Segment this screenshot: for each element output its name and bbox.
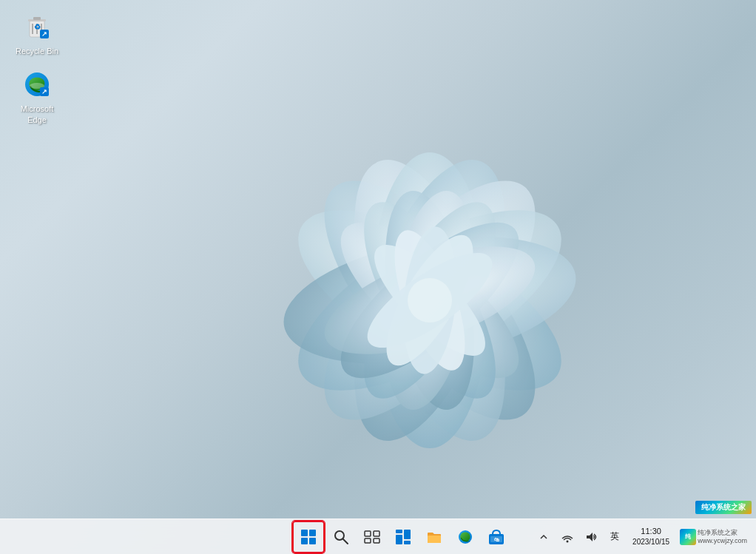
desktop-icons: ♻ ↗ Recycle Bin [7, 7, 67, 128]
sound-icon [585, 531, 597, 543]
svg-point-20 [408, 278, 452, 322]
svg-line-39 [342, 538, 348, 544]
svg-rect-46 [404, 530, 411, 539]
svg-rect-45 [396, 535, 402, 544]
watermark-tray-text: 纯净系统之家 www.ycwjzy.com [698, 529, 747, 545]
search-icon [333, 529, 349, 545]
svg-rect-48 [428, 536, 441, 543]
task-view-icon [364, 529, 380, 545]
taskbar: 🛍 [0, 518, 756, 554]
clock-tray[interactable]: 11:30 2023/10/15 [628, 526, 674, 547]
svg-rect-47 [404, 541, 411, 544]
svg-rect-34 [301, 530, 308, 536]
task-view-button[interactable] [357, 522, 387, 552]
svg-text:♻: ♻ [34, 23, 41, 31]
watermark-icon: 纯 [680, 529, 696, 545]
svg-rect-40 [365, 531, 371, 536]
svg-rect-35 [309, 530, 316, 536]
recycle-bin-icon[interactable]: ♻ ↗ Recycle Bin [7, 7, 67, 59]
svg-rect-42 [365, 538, 371, 543]
file-explorer-button[interactable] [419, 522, 449, 552]
search-taskbar-button[interactable] [326, 522, 356, 552]
wallpaper [171, 71, 689, 530]
svg-point-53 [567, 540, 569, 542]
language-indicator[interactable]: 英 [604, 524, 625, 550]
watermark-badge: 纯净系统之家 [695, 501, 752, 514]
network-icon [561, 531, 573, 543]
chevron-up-icon [539, 533, 548, 541]
sound-tray-icon[interactable] [581, 524, 601, 550]
svg-rect-36 [301, 538, 308, 544]
svg-rect-23 [33, 17, 41, 20]
edge-image: ↗ [21, 68, 53, 101]
start-button[interactable] [292, 521, 325, 553]
widgets-icon [395, 529, 411, 545]
tray-watermark: 纯 纯净系统之家 www.ycwjzy.com [677, 529, 750, 545]
clock-date: 2023/10/15 [632, 537, 669, 547]
system-tray: 英 11:30 2023/10/15 纯 纯净系统之家 www.ycwjzy.c… [533, 524, 750, 550]
taskbar-center: 🛍 [270, 521, 534, 553]
svg-text:🛍: 🛍 [493, 537, 499, 542]
svg-rect-37 [309, 538, 316, 544]
edge-label: MicrosoftEdge [21, 104, 54, 125]
watermark: 纯净系统之家 [691, 499, 756, 516]
widgets-button[interactable] [388, 522, 418, 552]
file-explorer-icon [426, 529, 442, 545]
svg-rect-41 [374, 531, 379, 536]
svg-text:↗: ↗ [41, 30, 47, 38]
windows-logo-icon [300, 529, 317, 545]
edge-taskbar-icon [457, 529, 473, 545]
recycle-bin-image: ♻ ↗ [21, 10, 53, 43]
network-tray-icon[interactable] [557, 524, 578, 550]
recycle-bin-label: Recycle Bin [16, 46, 58, 56]
svg-text:↗: ↗ [41, 88, 47, 95]
store-icon: 🛍 [488, 529, 504, 545]
tray-chevron[interactable] [533, 524, 554, 550]
svg-marker-54 [587, 533, 593, 541]
svg-rect-43 [374, 538, 379, 543]
clock-time: 11:30 [641, 526, 661, 537]
desktop: ♻ ↗ Recycle Bin [0, 0, 756, 554]
store-button[interactable]: 🛍 [482, 522, 511, 552]
edge-taskbar-button[interactable] [450, 522, 480, 552]
svg-rect-44 [396, 530, 402, 533]
microsoft-edge-icon[interactable]: ↗ MicrosoftEdge [7, 65, 67, 128]
